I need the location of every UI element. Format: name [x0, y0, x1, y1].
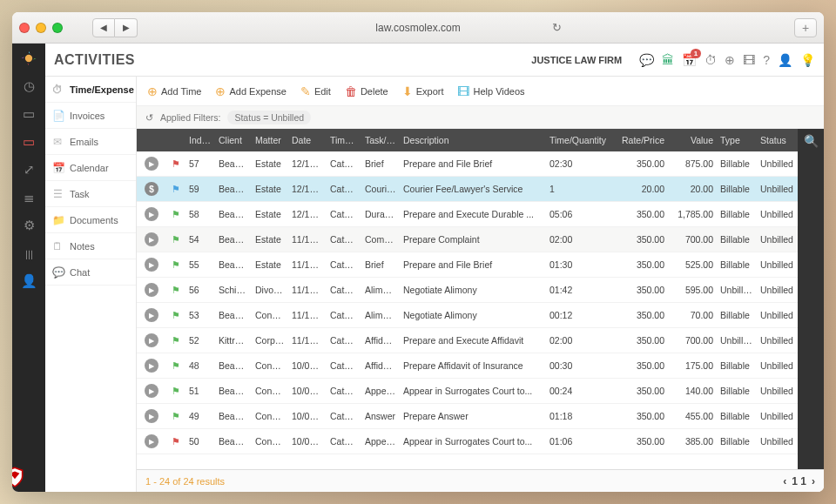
col-type[interactable]: Type	[717, 135, 757, 145]
col-timekeeper[interactable]: Timekeeper	[327, 135, 361, 145]
help-icon[interactable]: ?	[763, 53, 770, 67]
flag-icon[interactable]: ⚑	[172, 285, 180, 295]
play-icon[interactable]: ▶	[145, 258, 158, 272]
flag-icon[interactable]: ⚑	[172, 234, 180, 245]
col-rate[interactable]: Rate/Price	[612, 135, 668, 145]
pencil-icon: ✎	[300, 84, 311, 98]
cell-client: Beasle...	[215, 360, 252, 371]
table-row[interactable]: ▶⚑51Beasle...Consul...10/04/...Cathle...…	[137, 379, 798, 404]
table-row[interactable]: $⚑59Beasle...Estate12/18/...Cathle...Cou…	[137, 177, 798, 202]
search-panel[interactable]: 🔍	[798, 129, 824, 469]
video-icon[interactable]: 🎞	[743, 53, 755, 67]
profile-icon[interactable]: 👤	[778, 53, 792, 67]
play-icon[interactable]: ▶	[145, 283, 158, 297]
export-button[interactable]: ⬇Export	[402, 84, 444, 98]
table-row[interactable]: ▶⚑48Beasle...Consul...10/04/...Cathle...…	[137, 353, 798, 379]
col-date[interactable]: Date	[288, 135, 327, 145]
flag-icon[interactable]: ⚑	[172, 335, 180, 346]
table-row[interactable]: ▶⚑55Beasle...Estate11/17/...Cathle...Bri…	[137, 252, 798, 278]
page-prev-button[interactable]: ‹	[783, 475, 786, 487]
table-row[interactable]: ▶⚑56Schindl...Divorce11/17/...Cathle...A…	[137, 278, 798, 303]
flag-icon[interactable]: ⚑	[172, 386, 180, 396]
dashboard-icon[interactable]: ◷	[19, 77, 38, 96]
subnav-icon: 📁	[52, 214, 63, 226]
table-row[interactable]: ▶⚑52Kittrell,...Corpor...11/10/...Cathle…	[137, 328, 798, 353]
forward-button[interactable]: ▶	[115, 18, 138, 37]
table-row[interactable]: ▶⚑49Beasle...Consul...10/04/...Cathle...…	[137, 404, 798, 429]
col-task[interactable]: Task/Expe	[361, 135, 400, 145]
play-icon[interactable]: ▶	[145, 308, 158, 322]
flag-icon[interactable]: ⚑	[172, 259, 180, 270]
flag-icon[interactable]: ⚑	[172, 411, 180, 421]
flag-icon[interactable]: ⚑	[172, 360, 180, 371]
add-icon[interactable]: ⊕	[725, 53, 735, 67]
play-icon[interactable]: ▶	[145, 333, 158, 347]
calendar-icon[interactable]: 📅1	[682, 53, 697, 67]
tip-icon[interactable]: 💡	[800, 53, 815, 67]
subnav-item-time-expense[interactable]: ⏱Time/Expense▸	[45, 77, 136, 103]
settings-icon[interactable]: ⚙	[19, 216, 38, 235]
subnav-item-emails[interactable]: ✉Emails	[45, 129, 136, 155]
page-next-button[interactable]: ›	[812, 475, 815, 487]
folder-icon[interactable]: ▭	[19, 104, 38, 124]
table-row[interactable]: ▶⚑50Beasle...Consul...10/04/...Cathle...…	[137, 429, 798, 454]
add-expense-button[interactable]: ⊕Add Expense	[215, 84, 286, 98]
flag-icon[interactable]: ⚑	[172, 209, 180, 219]
chart-icon[interactable]: ⫼	[19, 244, 38, 263]
url-display[interactable]: law.cosmolex.com	[375, 22, 460, 34]
play-icon[interactable]: ▶	[145, 207, 158, 221]
col-time[interactable]: Time/Quantity	[546, 135, 612, 145]
subnav-item-invoices[interactable]: 📄Invoices	[45, 103, 136, 129]
flag-icon[interactable]: ⚑	[172, 310, 180, 320]
reset-filter-icon[interactable]: ↺	[145, 112, 153, 123]
edit-button[interactable]: ✎Edit	[300, 84, 331, 98]
help-videos-button[interactable]: 🎞Help Videos	[457, 84, 524, 98]
col-client[interactable]: Client	[215, 135, 252, 145]
play-icon[interactable]: ▶	[145, 384, 158, 398]
reload-icon[interactable]: ↻	[552, 21, 562, 34]
subnav-item-chat[interactable]: 💬Chat	[45, 259, 136, 286]
chat-icon[interactable]: 💬	[639, 53, 654, 67]
subnav-item-notes[interactable]: 🗒Notes	[45, 233, 136, 259]
col-matter[interactable]: Matter	[252, 135, 288, 145]
zoom-window-icon[interactable]	[52, 23, 63, 33]
subnav-item-task[interactable]: ☰Task	[45, 181, 136, 207]
reports-icon[interactable]: ⤢	[19, 160, 38, 179]
flag-icon[interactable]: ⚑	[172, 184, 180, 194]
play-icon[interactable]: ▶	[145, 359, 158, 373]
col-value[interactable]: Value	[668, 135, 717, 145]
back-button[interactable]: ◀	[92, 18, 115, 37]
close-window-icon[interactable]	[19, 23, 30, 33]
add-time-button[interactable]: ⊕Add Time	[147, 84, 201, 98]
activities-icon[interactable]: ▭	[19, 132, 38, 151]
cell-value: 1,785.00	[668, 209, 717, 219]
play-icon[interactable]: ▶	[145, 434, 158, 448]
user-icon[interactable]: 👤	[19, 272, 38, 291]
subnav-item-documents[interactable]: 📁Documents	[45, 207, 136, 233]
timer-icon[interactable]: ⏱	[705, 53, 717, 67]
col-index[interactable]: Index#	[185, 135, 215, 145]
table-row[interactable]: ▶⚑58Beasle...Estate12/18/...Cathle...Dur…	[137, 202, 798, 227]
bank-icon[interactable]: 🏛	[662, 53, 674, 67]
dollar-icon[interactable]: $	[145, 182, 158, 196]
app-logo-icon[interactable]	[19, 49, 38, 68]
new-tab-button[interactable]: +	[794, 18, 817, 37]
cell-date: 10/04/...	[288, 360, 327, 371]
play-icon[interactable]: ▶	[145, 232, 158, 246]
play-icon[interactable]: ▶	[145, 157, 158, 171]
table-row[interactable]: ▶⚑54Beasle...Estate11/17/...Cathle...Com…	[137, 227, 798, 252]
books-icon[interactable]: ≣	[19, 188, 38, 207]
col-description[interactable]: Description	[400, 135, 546, 145]
subnav-item-calendar[interactable]: 📅Calendar	[45, 155, 136, 181]
col-status[interactable]: Status	[757, 135, 797, 145]
table-row[interactable]: ▶⚑53Beasle...Consul...11/16/...Cathle...…	[137, 303, 798, 328]
flag-icon[interactable]: ⚑	[172, 436, 180, 447]
filter-pill[interactable]: Status = Unbilled	[227, 111, 311, 124]
search-icon[interactable]: 🔍	[804, 134, 819, 148]
delete-button[interactable]: 🗑Delete	[345, 84, 388, 98]
play-icon[interactable]: ▶	[145, 409, 158, 423]
cell-rate: 350.00	[612, 360, 668, 371]
minimize-window-icon[interactable]	[36, 23, 46, 33]
table-row[interactable]: ▶⚑57Beasle...Estate12/18/...Cathle...Bri…	[137, 151, 798, 177]
flag-icon[interactable]: ⚑	[172, 158, 180, 169]
